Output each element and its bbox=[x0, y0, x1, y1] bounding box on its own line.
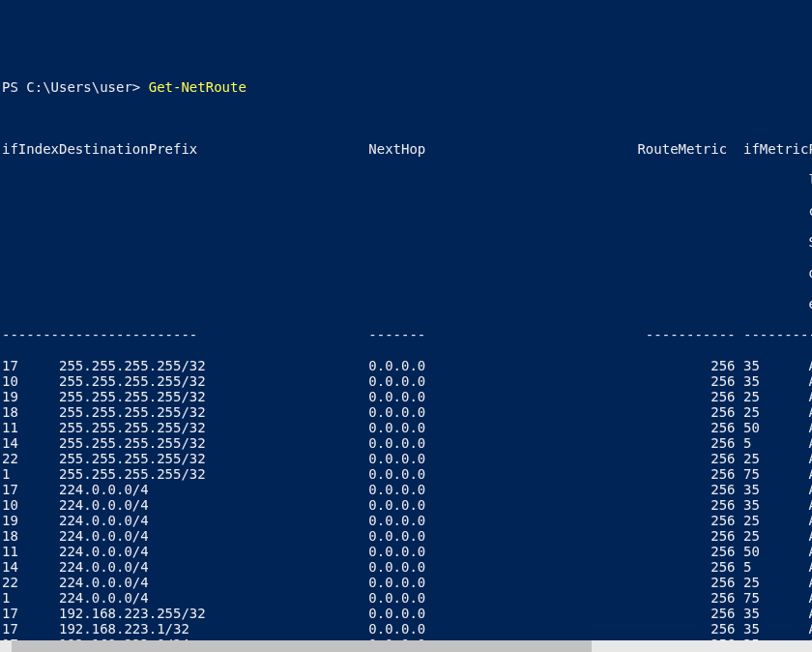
cell-policystore: Ac bbox=[808, 451, 812, 466]
cell-routemetric: 256 bbox=[637, 575, 735, 590]
cell-destinationprefix: 255.255.255.255/32 bbox=[59, 466, 368, 482]
cell-destinationprefix: 224.0.0.0/4 bbox=[59, 544, 368, 559]
cell-nexthop: 0.0.0.0 bbox=[368, 358, 637, 373]
header-ifindex: ifIndex bbox=[2, 141, 59, 157]
cell-ifmetric: 5 bbox=[736, 435, 809, 451]
table-row: 17224.0.0.0/40.0.0.025635Ac bbox=[2, 482, 812, 497]
cell-nexthop: 0.0.0.0 bbox=[368, 389, 637, 404]
cell-ifmetric: 50 bbox=[736, 544, 809, 559]
cell-policystore: Ac bbox=[808, 559, 812, 575]
header-row-6: e bbox=[2, 296, 812, 311]
cell-policystore: Ac bbox=[808, 621, 812, 637]
cell-routemetric: 256 bbox=[637, 513, 735, 528]
cell-destinationprefix: 255.255.255.255/32 bbox=[59, 420, 368, 435]
cell-ifindex: 18 bbox=[2, 404, 59, 420]
cell-ifindex: 14 bbox=[2, 559, 59, 575]
cell-routemetric: 256 bbox=[637, 466, 735, 482]
cell-destinationprefix: 255.255.255.255/32 bbox=[59, 358, 368, 373]
cell-ifmetric: 25 bbox=[736, 451, 809, 466]
cell-ifindex: 18 bbox=[2, 528, 59, 544]
cell-ifindex: 1 bbox=[2, 590, 59, 606]
cell-policystore: Ac bbox=[808, 435, 812, 451]
cell-ifindex: 14 bbox=[2, 435, 59, 451]
header-ifmetric: ifMetric bbox=[736, 141, 809, 157]
cell-nexthop: 0.0.0.0 bbox=[368, 497, 637, 513]
header-row-4: St bbox=[2, 234, 812, 250]
cell-policystore: Ac bbox=[808, 482, 812, 497]
cell-ifindex: 22 bbox=[2, 575, 59, 590]
cell-ifmetric: 35 bbox=[736, 606, 809, 621]
cell-nexthop: 0.0.0.0 bbox=[368, 575, 637, 590]
powershell-terminal[interactable]: PS C:\Users\user> Get-NetRoute ifIndexDe… bbox=[0, 62, 812, 652]
cell-nexthop: 0.0.0.0 bbox=[368, 559, 637, 575]
cell-routemetric: 256 bbox=[637, 435, 735, 451]
cell-policystore: Ac bbox=[808, 606, 812, 621]
table-row: 18224.0.0.0/40.0.0.025625Ac bbox=[2, 528, 812, 544]
cell-destinationprefix: 255.255.255.255/32 bbox=[59, 435, 368, 451]
cell-ifmetric: 50 bbox=[736, 420, 809, 435]
cell-ifindex: 17 bbox=[2, 482, 59, 497]
table-row: 1224.0.0.0/40.0.0.025675Ac bbox=[2, 590, 812, 606]
cell-ifmetric: 25 bbox=[736, 528, 809, 544]
cell-destinationprefix: 224.0.0.0/4 bbox=[59, 482, 368, 497]
cell-policystore: Ac bbox=[808, 466, 812, 482]
cell-ifindex: 11 bbox=[2, 544, 59, 559]
cell-nexthop: 0.0.0.0 bbox=[368, 590, 637, 606]
cell-nexthop: 0.0.0.0 bbox=[368, 435, 637, 451]
header-row-3: cy bbox=[2, 203, 812, 219]
cell-destinationprefix: 224.0.0.0/4 bbox=[59, 575, 368, 590]
sep-nh: ------- bbox=[368, 327, 637, 342]
cell-nexthop: 0.0.0.0 bbox=[368, 621, 637, 637]
table-row: 17192.168.223.1/320.0.0.025635Ac bbox=[2, 621, 812, 637]
cell-ifmetric: 35 bbox=[736, 621, 809, 637]
cell-policystore: Ac bbox=[808, 544, 812, 559]
blank-line bbox=[2, 110, 812, 126]
table-row: 22224.0.0.0/40.0.0.025625Ac bbox=[2, 575, 812, 590]
cell-ifmetric: 25 bbox=[736, 575, 809, 590]
table-row: 17192.168.223.255/320.0.0.025635Ac bbox=[2, 606, 812, 621]
cell-destinationprefix: 255.255.255.255/32 bbox=[59, 389, 368, 404]
cell-routemetric: 256 bbox=[637, 451, 735, 466]
sep-ifm: -------- bbox=[736, 327, 809, 342]
header-destinationprefix: DestinationPrefix bbox=[59, 141, 368, 157]
table-row: 22255.255.255.255/320.0.0.025625Ac bbox=[2, 451, 812, 466]
scrollbar-thumb[interactable] bbox=[12, 640, 592, 652]
cell-nexthop: 0.0.0.0 bbox=[368, 606, 637, 621]
sep-ps: -- bbox=[808, 327, 812, 342]
header-row-2: li bbox=[2, 172, 812, 188]
cell-policystore: Ac bbox=[808, 373, 812, 389]
cell-nexthop: 0.0.0.0 bbox=[368, 482, 637, 497]
cell-routemetric: 256 bbox=[637, 404, 735, 420]
cell-ifmetric: 25 bbox=[736, 513, 809, 528]
cell-nexthop: 0.0.0.0 bbox=[368, 373, 637, 389]
cell-routemetric: 256 bbox=[637, 373, 735, 389]
table-row: 10224.0.0.0/40.0.0.025635Ac bbox=[2, 497, 812, 513]
cell-nexthop: 0.0.0.0 bbox=[368, 544, 637, 559]
cell-ifindex: 10 bbox=[2, 497, 59, 513]
cell-ifindex: 11 bbox=[2, 420, 59, 435]
cell-ifmetric: 35 bbox=[736, 373, 809, 389]
cell-destinationprefix: 192.168.223.255/32 bbox=[59, 606, 368, 621]
cell-routemetric: 256 bbox=[637, 606, 735, 621]
cell-ifmetric: 5 bbox=[736, 559, 809, 575]
cell-policystore: Ac bbox=[808, 420, 812, 435]
cell-destinationprefix: 224.0.0.0/4 bbox=[59, 497, 368, 513]
cell-ifindex: 17 bbox=[2, 606, 59, 621]
cell-nexthop: 0.0.0.0 bbox=[368, 528, 637, 544]
cell-destinationprefix: 255.255.255.255/32 bbox=[59, 451, 368, 466]
cell-policystore: Ac bbox=[808, 513, 812, 528]
header-row: ifIndexDestinationPrefixNextHopRouteMetr… bbox=[2, 141, 812, 157]
horizontal-scrollbar[interactable] bbox=[0, 640, 812, 652]
cell-destinationprefix: 224.0.0.0/4 bbox=[59, 590, 368, 606]
cell-ifindex: 17 bbox=[2, 621, 59, 637]
prompt: PS C:\Users\user> bbox=[2, 79, 149, 95]
cell-routemetric: 256 bbox=[637, 482, 735, 497]
cell-ifmetric: 35 bbox=[736, 497, 809, 513]
cell-ifindex: 10 bbox=[2, 373, 59, 389]
cell-ifindex: 17 bbox=[2, 358, 59, 373]
cell-policystore: Ac bbox=[808, 575, 812, 590]
cell-nexthop: 0.0.0.0 bbox=[368, 513, 637, 528]
cell-destinationprefix: 224.0.0.0/4 bbox=[59, 559, 368, 575]
table-row: 14224.0.0.0/40.0.0.02565Ac bbox=[2, 559, 812, 575]
cell-routemetric: 256 bbox=[637, 358, 735, 373]
